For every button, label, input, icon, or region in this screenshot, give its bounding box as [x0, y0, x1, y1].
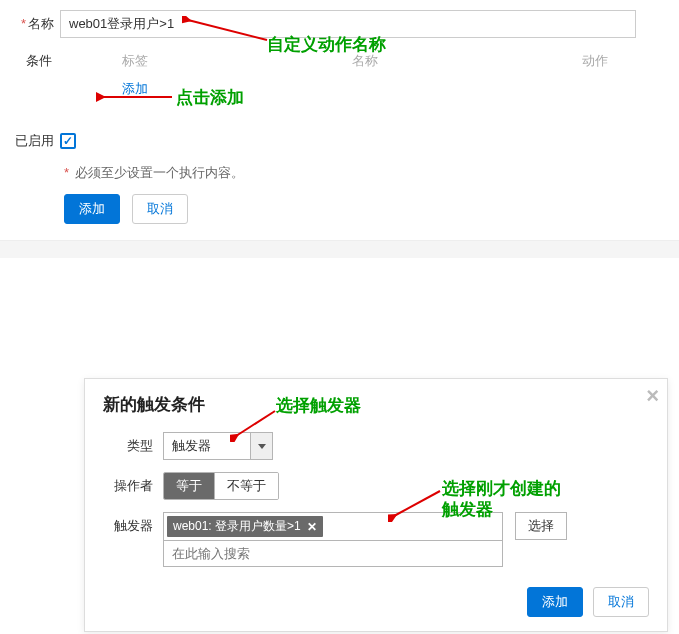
modal-cancel-button[interactable]: 取消: [593, 587, 649, 617]
remove-tag-icon[interactable]: ✕: [307, 520, 317, 534]
modal-add-button[interactable]: 添加: [527, 587, 583, 617]
col-tag: 标签: [122, 52, 352, 70]
cancel-button[interactable]: 取消: [132, 194, 188, 224]
new-trigger-modal: × 新的触发条件 类型 触发器 操作者 等于 不等于 触发器 web01: 登录…: [84, 378, 668, 632]
enabled-label: 已启用: [0, 132, 60, 150]
col-name: 名称: [352, 52, 582, 70]
operator-neq[interactable]: 不等于: [214, 473, 278, 499]
trigger-label: 触发器: [103, 512, 163, 535]
type-label: 类型: [103, 437, 163, 455]
add-condition-link[interactable]: 添加: [122, 76, 148, 102]
trigger-search-input[interactable]: [163, 541, 503, 567]
name-label: *名称: [0, 15, 60, 33]
enabled-checkbox[interactable]: ✓: [60, 133, 76, 149]
type-select-value: 触发器: [172, 437, 211, 455]
cond-table-header: 标签 名称 动作: [122, 46, 679, 76]
modal-title: 新的触发条件: [85, 379, 667, 426]
type-select[interactable]: 触发器: [163, 432, 273, 460]
name-input[interactable]: [60, 10, 636, 38]
add-button[interactable]: 添加: [64, 194, 120, 224]
col-action: 动作: [582, 52, 679, 70]
operator-group: 等于 不等于: [163, 472, 279, 500]
operator-eq[interactable]: 等于: [164, 473, 214, 499]
cond-label: 条件: [0, 46, 58, 70]
operator-label: 操作者: [103, 477, 163, 495]
warning-text: * 必须至少设置一个执行内容。: [64, 164, 679, 182]
trigger-tag-box[interactable]: web01: 登录用户数量>1 ✕: [163, 512, 503, 541]
close-icon[interactable]: ×: [646, 383, 659, 409]
choose-button[interactable]: 选择: [515, 512, 567, 540]
trigger-tag: web01: 登录用户数量>1 ✕: [167, 516, 323, 537]
chevron-down-icon[interactable]: [250, 433, 272, 459]
